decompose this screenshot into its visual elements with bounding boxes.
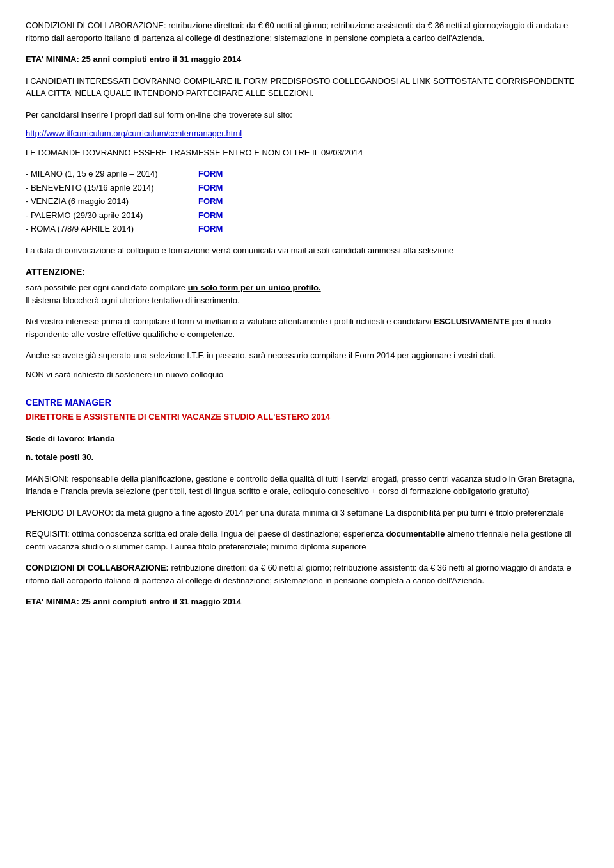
periodo-section: PERIODO DI LAVORO: da metà giugno a fine…	[26, 507, 588, 519]
form-link[interactable]: FORM	[198, 182, 223, 194]
attenzione-title: ATTENZIONE:	[26, 265, 588, 279]
form-link[interactable]: FORM	[198, 223, 223, 235]
form-list-item: - VENEZIA (6 maggio 2014)FORM	[26, 195, 588, 208]
form-list-item: - ROMA (7/8/9 APRILE 2014)FORM	[26, 223, 588, 235]
city-label: - MILANO (1, 15 e 29 aprile – 2014)	[26, 168, 192, 180]
non-vi-sara: NON vi sarà richiesto di sostenere un nu…	[26, 368, 588, 381]
form-list-item: - MILANO (1, 15 e 29 aprile – 2014)FORM	[26, 168, 588, 180]
nel-vostro-para: Nel vostro interesse prima di compilare …	[26, 315, 588, 340]
eta2-section: ETA' MINIMA: 25 anni compiuti entro il 3…	[26, 596, 588, 608]
form-link[interactable]: FORM	[198, 209, 223, 222]
eta-section: ETA' MINIMA: 25 anni compiuti entro il 3…	[26, 53, 588, 66]
periodo-text: PERIODO DI LAVORO: da metà giugno a fine…	[26, 507, 588, 519]
per-candidarsi-section: Per candidarsi inserire i propri dati su…	[26, 109, 588, 140]
direttore-title: DIRETTORE E ASSISTENTE DI CENTRI VACANZE…	[26, 411, 588, 423]
condizioni2-para: CONDIZIONI DI COLLABORAZIONE: retribuzio…	[26, 562, 588, 587]
centre-manager-title: CENTRE MANAGER	[26, 396, 588, 409]
city-label: - VENEZIA (6 maggio 2014)	[26, 195, 192, 208]
attenzione-underline: un solo form per un unico profilo.	[188, 283, 321, 292]
posti: n. totale posti 30.	[26, 451, 588, 464]
nel-vostro-section: Nel vostro interesse prima di compilare …	[26, 315, 588, 340]
anche-se-section: Anche se avete già superato una selezion…	[26, 349, 588, 381]
condizioni2-title: CONDIZIONI DI COLLABORAZIONE:	[26, 563, 169, 572]
eta-minima2: ETA' MINIMA: 25 anni compiuti entro il 3…	[26, 596, 588, 608]
form-link[interactable]: FORM	[198, 195, 223, 208]
anche-se-para: Anche se avete già superato una selezion…	[26, 349, 588, 362]
requisiti-bold: documentabile	[386, 529, 445, 539]
attenzione-text2: Il sistema bloccherà ogni ulteriore tent…	[26, 296, 240, 305]
city-label: - PALERMO (29/30 aprile 2014)	[26, 209, 192, 222]
requisiti-para: REQUISITI: ottima conoscenza scritta ed …	[26, 528, 588, 553]
esclusivamente-text: ESCLUSIVAMENTE	[434, 317, 510, 326]
attenzione-section: ATTENZIONE: sarà possibile per ogni cand…	[26, 265, 588, 306]
intro-section: CONDIZIONI DI COLLABORAZIONE: retribuzio…	[26, 19, 588, 44]
attenzione-para: sarà possibile per ogni candidato compil…	[26, 281, 588, 306]
condizioni2-section: CONDIZIONI DI COLLABORAZIONE: retribuzio…	[26, 562, 588, 587]
mansioni-text: MANSIONI: responsabile della pianificazi…	[26, 473, 588, 498]
candidati-section: I CANDIDATI INTERESSATI DOVRANNO COMPILA…	[26, 75, 588, 100]
nel-vostro-text1: Nel vostro interesse prima di compilare …	[26, 317, 434, 326]
city-label: - BENEVENTO (15/16 aprile 2014)	[26, 182, 192, 194]
attenzione-text1: sarà possibile per ogni candidato compil…	[26, 283, 188, 292]
sede-lavoro: Sede di lavoro: Irlanda	[26, 432, 588, 445]
form-list-item: - PALERMO (29/30 aprile 2014)FORM	[26, 209, 588, 222]
city-label: - ROMA (7/8/9 APRILE 2014)	[26, 223, 192, 235]
domande-section: LE DOMANDE DOVRANNO ESSERE TRASMESSE ENT…	[26, 146, 588, 159]
form-link[interactable]: FORM	[198, 168, 223, 180]
form-list-section: - MILANO (1, 15 e 29 aprile – 2014)FORM-…	[26, 168, 588, 235]
per-candidarsi-text: Per candidarsi inserire i propri dati su…	[26, 109, 588, 122]
mansioni-section: MANSIONI: responsabile della pianificazi…	[26, 473, 588, 498]
requisiti-section: REQUISITI: ottima conoscenza scritta ed …	[26, 528, 588, 553]
sede-section: Sede di lavoro: Irlanda n. totale posti …	[26, 432, 588, 464]
data-convocazione-section: La data di convocazione al colloquio e f…	[26, 244, 588, 257]
page-content: CONDIZIONI DI COLLABORAZIONE: retribuzio…	[26, 19, 588, 608]
site-link[interactable]: http://www.itfcurriculum.org/curriculum/…	[26, 129, 242, 138]
data-convocazione-text: La data di convocazione al colloquio e f…	[26, 244, 588, 257]
candidati-para: I CANDIDATI INTERESSATI DOVRANNO COMPILA…	[26, 75, 588, 100]
intro-para: CONDIZIONI DI COLLABORAZIONE: retribuzio…	[26, 19, 588, 44]
centre-manager-section: CENTRE MANAGER DIRETTORE E ASSISTENTE DI…	[26, 396, 588, 423]
requisiti-text1: REQUISITI: ottima conoscenza scritta ed …	[26, 529, 386, 539]
form-list-item: - BENEVENTO (15/16 aprile 2014)FORM	[26, 182, 588, 194]
eta-minima-heading: ETA' MINIMA: 25 anni compiuti entro il 3…	[26, 53, 588, 66]
domande-deadline: LE DOMANDE DOVRANNO ESSERE TRASMESSE ENT…	[26, 146, 588, 159]
